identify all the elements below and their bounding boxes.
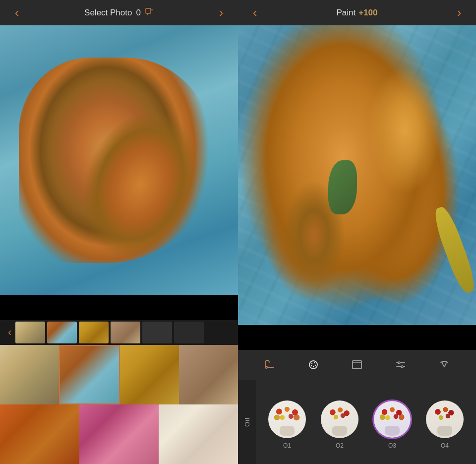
- scroll-thumb-4[interactable]: [111, 322, 140, 343]
- gallery-thumb-white[interactable]: [159, 404, 238, 464]
- canvas-icon: [351, 359, 363, 371]
- svg-rect-9: [353, 361, 361, 369]
- select-photo-label: Select Photo: [84, 8, 132, 18]
- style-circles: O1 O2: [256, 395, 476, 449]
- style-selector: Oil O1: [238, 380, 476, 464]
- right-forward-button[interactable]: ›: [450, 4, 468, 22]
- sliders-tool-button[interactable]: [390, 354, 412, 376]
- style-name-O4: O4: [441, 442, 449, 449]
- style-name-O3: O3: [388, 442, 396, 449]
- text-icon: [438, 359, 450, 371]
- scroll-thumb-6[interactable]: [174, 322, 204, 343]
- paint-value: +100: [358, 8, 377, 18]
- scroll-thumb-3[interactable]: [79, 322, 109, 343]
- right-back-icon: ‹: [253, 5, 257, 20]
- right-toolbar: [238, 350, 476, 380]
- gallery-thumb-yellow-leaf[interactable]: [120, 345, 179, 404]
- style-item-O4[interactable]: O4: [425, 399, 465, 449]
- left-back-button[interactable]: ‹: [8, 4, 26, 22]
- left-header-title: Select Photo 0: [84, 7, 154, 18]
- gallery-second-row: [0, 404, 238, 464]
- oil-detail-2: [238, 25, 476, 325]
- style-circle-O3: [372, 399, 412, 439]
- svg-rect-0: [146, 8, 151, 13]
- gallery-thumb-dried-flower[interactable]: [59, 345, 120, 404]
- svg-point-6: [315, 365, 316, 366]
- left-header: ‹ Select Photo 0 ›: [0, 0, 238, 25]
- palette-icon: [307, 359, 319, 371]
- left-back-icon: ‹: [15, 5, 19, 20]
- right-main-photo-area: [238, 25, 476, 325]
- style-item-O1[interactable]: O1: [267, 399, 307, 449]
- svg-point-13: [398, 362, 400, 364]
- style-circle-inner-O4: [426, 400, 464, 438]
- right-back-button[interactable]: ‹: [246, 4, 264, 22]
- style-label-container: Oil: [238, 380, 256, 464]
- style-circle-O4: [425, 399, 465, 439]
- canvas-tool-button[interactable]: [346, 354, 368, 376]
- style-circles-row: O1 O2: [261, 399, 471, 449]
- left-main-photo: [0, 25, 238, 295]
- crop-icon: [145, 7, 154, 18]
- style-name-O2: O2: [336, 442, 344, 449]
- palette-tool-button[interactable]: [302, 354, 324, 376]
- left-main-photo-area: [0, 25, 238, 295]
- gallery-thumb-orange[interactable]: [0, 404, 79, 464]
- svg-point-5: [314, 362, 315, 363]
- style-item-O3[interactable]: O3: [372, 399, 412, 449]
- style-circle-inner-O2: [321, 400, 358, 438]
- oil-green-leaf: [328, 160, 357, 214]
- left-bottom-bar: [0, 295, 238, 320]
- right-header-title-group: Paint +100: [336, 8, 377, 18]
- style-circle-O2: [320, 399, 359, 439]
- style-circle-inner-O1: [268, 400, 306, 438]
- right-bottom-bar: [238, 325, 476, 350]
- right-main-photo: [238, 25, 476, 325]
- svg-point-7: [311, 365, 312, 366]
- right-forward-icon: ›: [457, 5, 462, 20]
- gallery-thumb-pink[interactable]: [79, 404, 159, 464]
- left-panel: ‹ Select Photo 0 › ‹: [0, 0, 238, 464]
- gallery-scroll-strip: [15, 322, 230, 343]
- brush-tool-button[interactable]: [259, 354, 281, 376]
- svg-point-4: [311, 363, 312, 364]
- paint-label: Paint: [336, 8, 356, 18]
- style-item-O2[interactable]: O2: [320, 399, 359, 449]
- scroll-thumb-2[interactable]: [47, 322, 77, 343]
- style-name-O1: O1: [283, 442, 291, 449]
- right-header: ‹ Paint +100 ›: [238, 0, 476, 25]
- left-forward-button[interactable]: ›: [212, 4, 230, 22]
- scroll-thumb-1[interactable]: [15, 322, 45, 343]
- gallery-thumb-dried-stem[interactable]: [179, 345, 238, 404]
- photo-count-badge: 0: [136, 8, 140, 18]
- style-circle-inner-O3: [374, 401, 411, 438]
- svg-point-14: [401, 366, 403, 368]
- gallery-main-row: [0, 345, 238, 404]
- scroll-thumb-5[interactable]: [142, 322, 172, 343]
- svg-point-3: [309, 361, 317, 369]
- style-circle-O1: [267, 399, 307, 439]
- gallery-left-arrow-icon[interactable]: ‹: [8, 326, 11, 339]
- sliders-icon: [395, 359, 407, 371]
- gallery-thumb-spiky[interactable]: [0, 345, 59, 404]
- right-panel: ‹ Paint +100 ›: [238, 0, 476, 464]
- svg-point-8: [313, 366, 314, 367]
- brush-icon: [264, 359, 276, 371]
- gallery-scroll-row: ‹: [0, 320, 238, 345]
- left-forward-icon: ›: [219, 5, 224, 20]
- text-tool-button[interactable]: [433, 354, 455, 376]
- style-label: Oil: [243, 417, 251, 427]
